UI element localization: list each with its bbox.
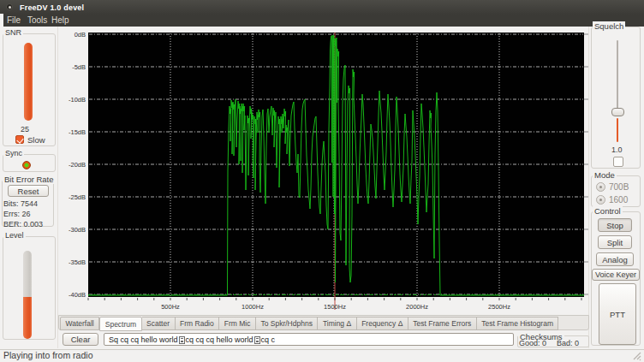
svg-text:2000Hz: 2000Hz <box>406 303 428 311</box>
svg-text:500Hz: 500Hz <box>161 303 180 311</box>
svg-text:-30dB: -30dB <box>69 226 86 234</box>
svg-text:-35dB: -35dB <box>69 258 86 266</box>
svg-text:-10dB: -10dB <box>69 96 86 104</box>
svg-text:-5dB: -5dB <box>72 63 86 71</box>
svg-text:1000Hz: 1000Hz <box>242 303 264 311</box>
svg-text:1500Hz: 1500Hz <box>324 303 346 311</box>
svg-text:-20dB: -20dB <box>69 161 86 169</box>
svg-text:0dB: 0dB <box>75 31 86 39</box>
svg-text:-25dB: -25dB <box>69 193 86 201</box>
svg-text:-15dB: -15dB <box>69 128 86 136</box>
svg-text:-40dB: -40dB <box>69 291 86 299</box>
svg-text:2500Hz: 2500Hz <box>488 303 510 311</box>
